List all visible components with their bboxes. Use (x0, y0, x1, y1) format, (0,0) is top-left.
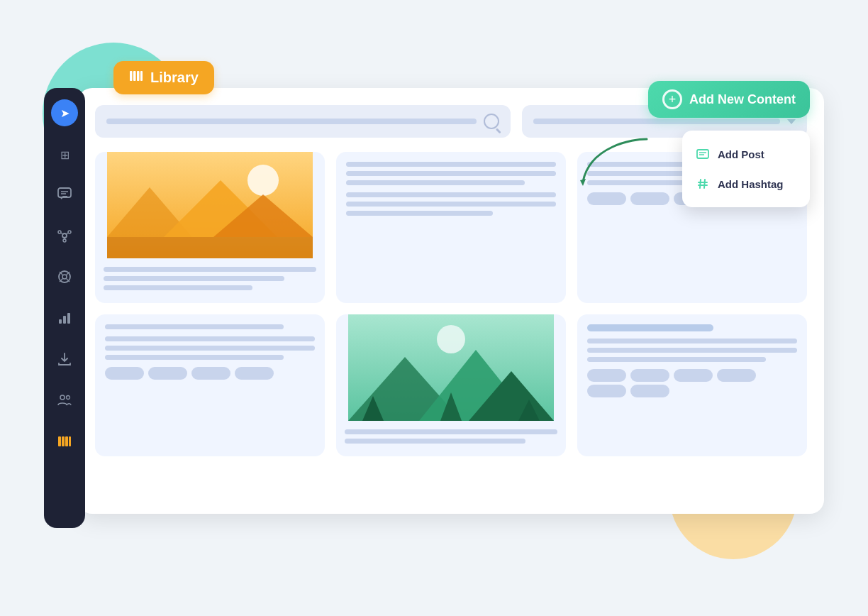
svg-point-20 (67, 396, 70, 400)
card-line (105, 336, 315, 341)
sidebar-item-analytics[interactable] (52, 307, 77, 332)
main-card: + Add New Content Add Post (78, 88, 824, 514)
card-image-orange (95, 152, 325, 258)
card-tags-bottom (105, 367, 315, 380)
tag (191, 367, 230, 380)
svg-rect-16 (59, 319, 62, 324)
search-bar[interactable] (95, 105, 511, 138)
svg-rect-17 (63, 316, 66, 324)
svg-rect-29 (697, 150, 708, 158)
svg-point-19 (60, 395, 65, 400)
svg-rect-24 (69, 436, 71, 446)
card-line (105, 355, 284, 360)
send-icon: ➤ (60, 106, 69, 120)
tag (717, 369, 756, 382)
library-label-icon (129, 68, 145, 87)
sidebar-item-support[interactable] (52, 265, 77, 291)
card-text-header-1 (577, 314, 807, 456)
team-icon (57, 392, 72, 411)
svg-rect-27 (137, 71, 140, 81)
svg-point-4 (58, 231, 61, 233)
card-line (104, 267, 316, 272)
svg-rect-42 (107, 237, 313, 258)
tag (235, 367, 274, 380)
tag (674, 369, 713, 382)
tag (587, 192, 626, 205)
content-area: Library + Add New Content (78, 88, 824, 514)
filter-line (533, 119, 780, 124)
sidebar-item-messages[interactable] (52, 183, 77, 209)
dropdown-menu: Add Post Add Hashtag (682, 131, 810, 207)
add-post-label: Add Post (718, 148, 764, 160)
add-post-icon (695, 146, 711, 162)
card-line (345, 429, 557, 434)
svg-point-44 (437, 325, 465, 353)
svg-line-33 (704, 180, 705, 188)
card-line (346, 162, 556, 167)
svg-rect-22 (62, 436, 65, 446)
card-line (104, 276, 284, 281)
sidebar-item-library[interactable] (52, 430, 77, 456)
card-body-1 (95, 258, 325, 303)
messages-icon (57, 187, 72, 204)
library-icon (57, 434, 72, 452)
dashboard-icon: ⊞ (60, 148, 69, 162)
card-line (587, 339, 797, 343)
chevron-down-icon (787, 119, 796, 124)
sidebar-item-download[interactable] (52, 348, 77, 373)
svg-point-6 (63, 239, 66, 242)
card-header-line (587, 324, 713, 331)
add-new-content-button[interactable]: + Add New Content (648, 81, 810, 118)
sidebar-item-dashboard[interactable]: ⊞ (52, 142, 77, 167)
svg-rect-25 (130, 71, 133, 81)
svg-point-11 (62, 275, 67, 279)
svg-rect-18 (67, 313, 70, 324)
card-line (346, 202, 556, 207)
card-text-2 (95, 314, 325, 456)
add-hashtag-item[interactable]: Add Hashtag (682, 169, 810, 199)
add-post-item[interactable]: Add Post (682, 139, 810, 169)
library-label-text: Library (150, 70, 199, 86)
card-line (104, 285, 252, 290)
card-line (346, 171, 556, 176)
sidebar-item-send[interactable]: ➤ (51, 99, 78, 126)
search-icon (484, 114, 499, 129)
svg-point-5 (68, 231, 71, 233)
card-tags-3 (587, 385, 797, 397)
card-line (345, 439, 525, 444)
plus-symbol: + (669, 92, 677, 107)
card-body-green (336, 421, 566, 456)
card-orange-mountain (95, 152, 325, 303)
sidebar-item-team[interactable] (52, 389, 77, 414)
card-line (346, 180, 525, 185)
card-green-mountain (336, 314, 566, 456)
card-line (105, 346, 315, 351)
tag (630, 385, 669, 397)
card-line (587, 357, 766, 362)
card-image-green (336, 314, 566, 421)
svg-rect-28 (140, 71, 143, 81)
tag (148, 367, 187, 380)
add-hashtag-icon (695, 176, 711, 192)
add-hashtag-label: Add Hashtag (718, 178, 784, 190)
svg-point-38 (247, 165, 279, 196)
card-line (346, 192, 556, 197)
support-icon (57, 270, 72, 287)
svg-rect-26 (133, 71, 136, 81)
library-label: Library (113, 61, 214, 94)
add-new-content-label: Add New Content (689, 92, 796, 107)
tag (630, 192, 669, 205)
plus-circle-icon: + (662, 89, 682, 109)
analytics-icon (57, 311, 72, 328)
sidebar-item-network[interactable] (52, 224, 77, 250)
card-line (346, 211, 493, 216)
card-line (105, 324, 284, 329)
tag (587, 369, 626, 382)
network-icon (57, 229, 72, 246)
tag (105, 367, 144, 380)
svg-rect-0 (58, 188, 71, 197)
tag (587, 385, 626, 397)
tag (630, 369, 669, 382)
main-wrapper: ➤ ⊞ (44, 88, 824, 528)
card-text-1 (336, 152, 566, 303)
